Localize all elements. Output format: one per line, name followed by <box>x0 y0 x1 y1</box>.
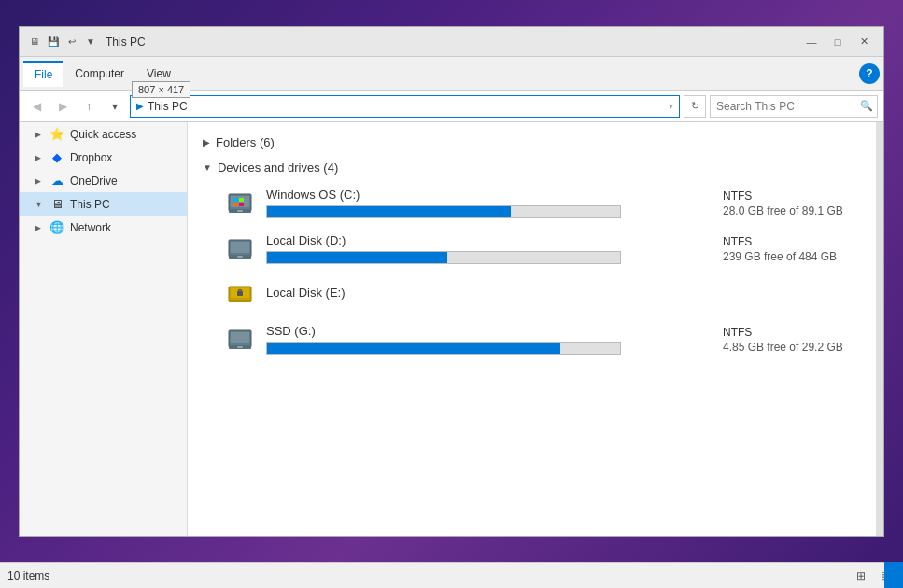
drive-c-progress-fill <box>267 206 511 217</box>
item-count: 10 items <box>7 569 49 582</box>
drive-d-info: Local Disk (D:) <box>266 233 697 264</box>
ribbon-tab-computer[interactable]: Computer <box>63 62 135 86</box>
refresh-button[interactable]: ↻ <box>684 95 706 118</box>
drive-c-space: 28.0 GB free of 89.1 GB <box>723 204 857 217</box>
drive-c-name: Windows OS (C:) <box>266 188 697 202</box>
svg-rect-9 <box>231 242 249 253</box>
sidebar-item-dropbox[interactable]: ▶ ◆ Dropbox <box>20 146 187 169</box>
folders-chevron: ▶ <box>203 137 210 147</box>
ribbon: File Computer View ? <box>20 57 883 91</box>
recent-locations-button[interactable]: ▾ <box>104 95 126 118</box>
devices-section-header[interactable]: ▼ Devices and drives (4) <box>203 155 868 180</box>
sidebar-label-onedrive: OneDrive <box>70 175 118 188</box>
drive-d-meta: NTFS 239 GB free of 484 GB <box>708 235 857 263</box>
search-box[interactable]: 🔍 <box>710 95 878 118</box>
onedrive-icon: ☁ <box>49 174 64 188</box>
address-arrow: ▶ <box>136 101 144 111</box>
forward-button[interactable]: ▶ <box>51 95 74 118</box>
drive-d-name: Local Disk (D:) <box>266 233 697 247</box>
devices-chevron: ▼ <box>203 162 212 173</box>
devices-section-title: Devices and drives (4) <box>218 161 338 175</box>
drive-d-icon <box>225 234 255 264</box>
drive-g-space: 4.85 GB free of 29.2 GB <box>723 341 857 354</box>
svg-rect-11 <box>237 256 243 258</box>
window-title: This PC <box>106 35 799 49</box>
drive-g-fs: NTFS <box>723 326 857 339</box>
drive-g-meta: NTFS 4.85 GB free of 29.2 GB <box>708 326 857 354</box>
content-panel: ▶ Folders (6) ▼ Devices and drives (4) <box>188 122 883 536</box>
close-button[interactable]: ✕ <box>852 33 876 51</box>
title-bar-controls: — □ ✕ <box>799 33 876 51</box>
folders-section-header[interactable]: ▶ Folders (6) <box>203 130 868 155</box>
help-button[interactable]: ? <box>859 63 880 84</box>
svg-rect-4 <box>233 198 238 202</box>
window-icon: 🖥 <box>27 35 42 49</box>
explorer-window: 🖥 💾 ↩ ▼ This PC — □ ✕ 807 × 417 File Com… <box>19 26 884 537</box>
address-text: This PC <box>148 100 188 113</box>
maximize-button[interactable]: □ <box>825 33 850 51</box>
sidebar-label-this-pc: This PC <box>70 198 110 211</box>
sidebar-label-dropbox: Dropbox <box>70 151 112 164</box>
drive-c-icon <box>225 189 255 218</box>
drive-g-progress-bg <box>266 342 621 355</box>
drive-g[interactable]: SSD (G:) NTFS 4.85 GB free of 29.2 GB <box>203 316 868 362</box>
address-dropdown[interactable]: ▾ <box>669 101 673 111</box>
minimize-button[interactable]: — <box>799 33 824 51</box>
main-area: ▶ ⭐ Quick access ▶ ◆ Dropbox ▶ ☁ OneDriv… <box>20 122 883 536</box>
ribbon-tab-file[interactable]: File <box>23 61 63 87</box>
address-bar[interactable]: ▶ This PC ▾ <box>130 95 680 118</box>
expand-arrow: ▶ <box>35 130 44 139</box>
svg-rect-14 <box>229 300 251 302</box>
svg-rect-15 <box>237 291 243 296</box>
status-bar: 10 items ⊞ ▤ <box>0 562 903 588</box>
drive-e-meta <box>708 293 857 295</box>
drive-d-progress-bg <box>266 251 621 264</box>
back-button[interactable]: ◀ <box>25 95 48 118</box>
sidebar-label-quick-access: Quick access <box>70 128 136 141</box>
quick-access-icon: ⭐ <box>49 127 64 141</box>
drive-d[interactable]: Local Disk (D:) NTFS 239 GB free of 484 … <box>203 226 868 272</box>
svg-rect-17 <box>231 332 249 343</box>
search-icon[interactable]: 🔍 <box>860 100 873 112</box>
drive-e-name: Local Disk (E:) <box>266 286 697 300</box>
svg-rect-6 <box>233 203 238 206</box>
svg-rect-7 <box>239 203 244 206</box>
sidebar-item-quick-access[interactable]: ▶ ⭐ Quick access <box>20 122 187 146</box>
properties-icon: ▼ <box>83 35 98 49</box>
drive-c-meta: NTFS 28.0 GB free of 89.1 GB <box>708 189 857 217</box>
drive-d-space: 239 GB free of 484 GB <box>723 250 857 263</box>
undo-icon: ↩ <box>64 35 79 49</box>
sidebar-label-network: Network <box>70 221 111 234</box>
svg-rect-3 <box>237 210 243 212</box>
expand-arrow-dropbox: ▶ <box>35 153 44 162</box>
drive-g-progress-fill <box>267 343 560 354</box>
scrollbar[interactable] <box>876 122 883 536</box>
dropbox-icon: ◆ <box>49 150 64 164</box>
drive-e[interactable]: Local Disk (E:) <box>203 272 868 316</box>
sidebar: ▶ ⭐ Quick access ▶ ◆ Dropbox ▶ ☁ OneDriv… <box>20 122 188 536</box>
drive-c-info: Windows OS (C:) <box>266 188 697 218</box>
search-input[interactable] <box>716 100 856 113</box>
ribbon-tab-view[interactable]: View <box>135 62 182 86</box>
sidebar-item-this-pc[interactable]: ▼ 🖥 This PC <box>20 192 187 216</box>
save-icon: 💾 <box>46 35 61 49</box>
sidebar-item-onedrive[interactable]: ▶ ☁ OneDrive <box>20 169 187 192</box>
expand-arrow-network: ▶ <box>35 223 44 232</box>
drive-e-icon <box>225 279 255 309</box>
title-bar: 🖥 💾 ↩ ▼ This PC — □ ✕ <box>20 27 883 57</box>
svg-rect-5 <box>239 198 244 202</box>
drive-g-icon <box>225 325 255 355</box>
sidebar-item-network[interactable]: ▶ 🌐 Network <box>20 216 187 239</box>
bottom-accent <box>884 562 903 588</box>
drive-c-fs: NTFS <box>723 189 857 203</box>
drive-c[interactable]: Windows OS (C:) NTFS 28.0 GB free of 89.… <box>203 180 868 226</box>
network-icon: 🌐 <box>49 220 64 234</box>
up-button[interactable]: ↑ <box>78 95 100 118</box>
title-bar-icons: 🖥 💾 ↩ ▼ <box>27 35 98 49</box>
drive-g-name: SSD (G:) <box>266 324 697 338</box>
details-view-button[interactable]: ⊞ <box>851 567 871 585</box>
folders-section-title: Folders (6) <box>216 135 275 149</box>
navigation-bar: ◀ ▶ ↑ ▾ ▶ This PC ▾ ↻ 🔍 <box>20 91 883 122</box>
expand-arrow-onedrive: ▶ <box>35 176 44 186</box>
drive-e-info: Local Disk (E:) <box>266 286 697 303</box>
